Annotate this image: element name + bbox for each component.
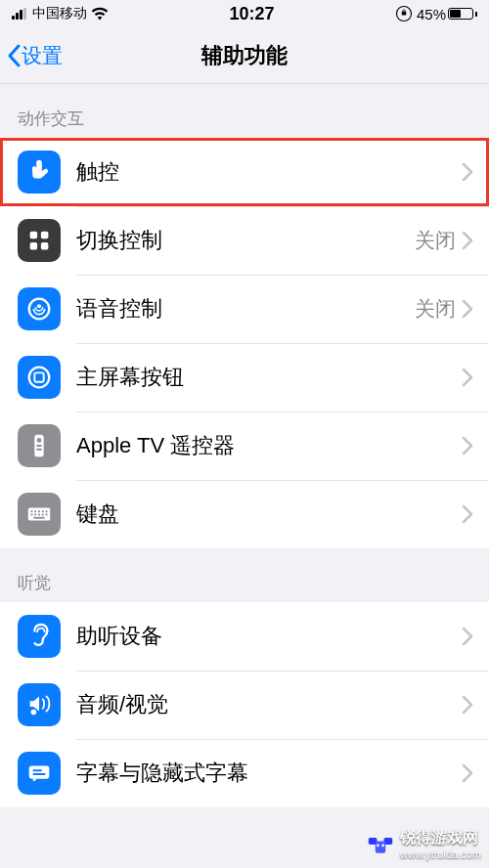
hearing-icon [18,615,61,658]
row-tv-remote[interactable]: Apple TV 遥控器 [0,412,489,480]
svg-rect-16 [38,510,40,512]
watermark-url: www.ytruida.com [400,848,481,860]
svg-point-25 [31,710,37,716]
row-label: 切换控制 [76,226,415,255]
chevron-right-icon [462,162,473,182]
row-label: 语音控制 [76,294,415,324]
chevron-right-icon [462,504,473,524]
tv-remote-icon [18,424,61,467]
row-label: 助听设备 [76,622,462,651]
voice-control-icon [18,287,61,330]
svg-rect-8 [34,372,43,381]
status-bar: 中国移动 10:27 45% [0,0,489,27]
row-label: 音频/视觉 [76,690,462,719]
row-audio-visual[interactable]: 音频/视觉 [0,671,489,739]
svg-rect-4 [41,242,49,250]
battery-indicator: 45% [417,6,477,22]
chevron-right-icon [462,368,473,387]
row-label: Apple TV 遥控器 [76,431,462,460]
battery-pct: 45% [417,6,446,22]
row-home-button[interactable]: 主屏幕按钮 [0,343,489,412]
svg-rect-20 [34,514,36,516]
svg-rect-28 [32,773,45,775]
section-header-motion: 动作交互 [0,84,489,138]
svg-rect-3 [30,242,38,250]
svg-point-33 [381,844,384,846]
svg-rect-14 [31,510,33,512]
svg-rect-24 [33,517,44,519]
svg-rect-18 [46,510,48,512]
list-motion: 触控 切换控制 关闭 语音控制 关闭 主屏幕按钮 Apple TV 遥控器 [0,138,489,548]
row-value: 关闭 [415,295,456,323]
svg-rect-22 [42,514,44,516]
svg-rect-26 [29,766,50,779]
svg-point-32 [377,844,379,846]
status-left: 中国移动 [12,5,109,22]
nav-bar: 设置 辅助功能 [0,27,489,84]
watermark-logo-icon [367,831,394,858]
nav-title: 辅助功能 [0,41,489,70]
chevron-right-icon [462,231,473,250]
svg-rect-23 [46,514,48,516]
chevron-right-icon [462,299,473,319]
chevron-right-icon [462,695,473,715]
orientation-lock-icon [395,5,413,22]
svg-rect-1 [30,232,38,239]
touch-icon [18,151,61,194]
svg-point-5 [29,299,50,320]
subtitles-icon [18,752,61,795]
signal-icon [12,8,26,20]
switch-control-icon [18,219,61,262]
status-right: 45% [395,5,477,22]
keyboard-icon [18,493,61,536]
svg-point-7 [29,368,50,388]
list-hearing: 助听设备 音频/视觉 字幕与隐藏式字幕 [0,602,489,807]
svg-rect-11 [36,445,42,447]
row-switch-control[interactable]: 切换控制 关闭 [0,206,489,275]
svg-rect-2 [41,232,49,239]
svg-rect-19 [31,514,33,516]
row-label: 主屏幕按钮 [76,363,462,392]
svg-rect-27 [32,769,41,771]
status-time: 10:27 [229,4,274,24]
svg-rect-12 [36,449,42,451]
row-value: 关闭 [415,227,456,254]
row-label: 键盘 [76,499,462,529]
section-header-hearing: 听觉 [0,548,489,602]
svg-rect-21 [38,514,40,516]
home-button-icon [18,356,61,399]
carrier-label: 中国移动 [32,5,87,22]
row-touch[interactable]: 触控 [0,138,489,206]
wifi-icon [91,7,109,21]
svg-rect-17 [42,510,44,512]
row-label: 字幕与隐藏式字幕 [76,759,462,788]
row-label: 触控 [76,157,462,187]
watermark: 锐得游戏网 www.ytruida.com [367,828,481,860]
chevron-right-icon [462,763,473,783]
audio-visual-icon [18,683,61,726]
row-keyboard[interactable]: 键盘 [0,480,489,548]
svg-rect-15 [34,510,36,512]
svg-point-6 [37,304,41,308]
svg-rect-31 [376,841,386,852]
svg-point-10 [37,438,42,443]
chevron-right-icon [462,627,473,646]
watermark-text: 锐得游戏网 [400,828,481,848]
row-voice-control[interactable]: 语音控制 关闭 [0,275,489,343]
row-subtitles[interactable]: 字幕与隐藏式字幕 [0,739,489,807]
row-hearing-devices[interactable]: 助听设备 [0,602,489,671]
chevron-right-icon [462,436,473,456]
